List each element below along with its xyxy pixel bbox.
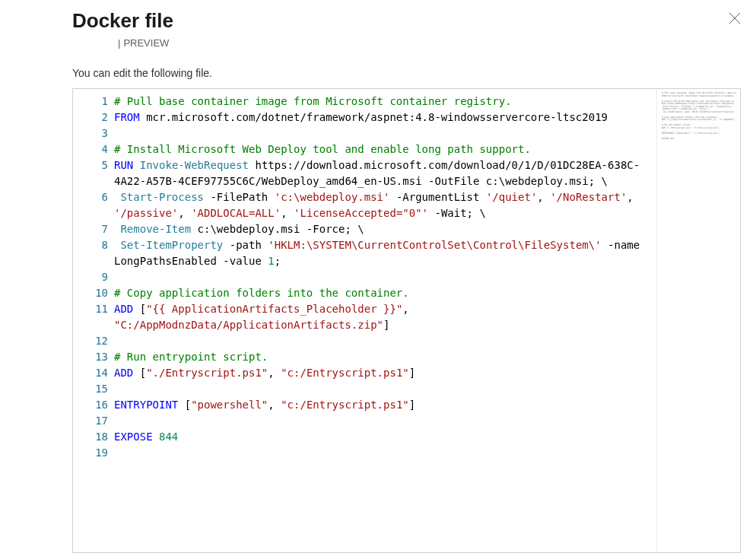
line-number: 5 [73, 157, 108, 173]
line-number: 8 [73, 237, 108, 253]
code-line[interactable] [114, 413, 649, 429]
code-line[interactable]: # Pull base container image from Microso… [114, 94, 649, 110]
code-line[interactable] [114, 126, 649, 141]
code-line[interactable]: RUN Invoke-WebRequest https://download.m… [114, 157, 649, 189]
line-number: 7 [73, 221, 108, 237]
close-icon [729, 12, 741, 24]
panel: Docker file |PREVIEW You can edit the fo… [0, 0, 756, 553]
code-editor[interactable]: 12345 6 78 91011 1213141516171819 # Pull… [72, 88, 741, 553]
line-number: 15 [73, 381, 108, 397]
code-line[interactable]: FROM mcr.microsoft.com/dotnet/framework/… [114, 110, 649, 126]
code-line[interactable]: # Run entrypoint script. [114, 349, 649, 365]
line-number: 6 [73, 189, 108, 205]
line-number: 13 [73, 349, 108, 365]
code-line[interactable] [114, 269, 649, 285]
code-line[interactable] [114, 381, 649, 397]
code-line[interactable]: ENTRYPOINT ["powershell", "c:/Entryscrip… [114, 397, 649, 413]
code-line[interactable]: ADD ["./Entryscript.ps1", "c:/Entryscrip… [114, 365, 649, 381]
line-number: 17 [73, 413, 108, 429]
line-number: 3 [73, 126, 108, 141]
line-number: 4 [73, 141, 108, 157]
line-number: 14 [73, 365, 108, 381]
code-line[interactable]: EXPOSE 844 [114, 429, 649, 445]
code-line[interactable]: Remove-Item c:\webdeploy.msi -Force; \ [114, 221, 649, 237]
preview-label: PREVIEW [123, 37, 169, 49]
page-title: Docker file [72, 9, 173, 33]
header: Docker file [72, 8, 741, 33]
code-line[interactable] [114, 333, 649, 349]
code-line[interactable]: # Install Microsoft Web Deploy tool and … [114, 141, 649, 157]
code-line[interactable]: Start-Process -FilePath 'c:\webdeploy.ms… [114, 189, 649, 221]
line-number: 9 [73, 269, 108, 285]
line-number-gutter: 12345 6 78 91011 1213141516171819 [73, 89, 114, 552]
code-content[interactable]: # Pull base container image from Microso… [114, 89, 656, 552]
close-button[interactable] [724, 8, 745, 29]
line-number: 2 [73, 110, 108, 126]
code-line[interactable]: Set-ItemProperty -path 'HKLM:\SYSTEM\Cur… [114, 237, 649, 269]
editor-main[interactable]: 12345 6 78 91011 1213141516171819 # Pull… [73, 89, 656, 552]
preview-badge: |PREVIEW [72, 37, 741, 49]
code-line[interactable] [114, 445, 649, 461]
separator: | [118, 37, 120, 49]
line-number: 12 [73, 333, 108, 349]
minimap[interactable]: # Pull base container image from Microso… [656, 89, 740, 552]
panel-subtitle: You can edit the following file. [72, 67, 741, 79]
code-line[interactable]: ADD ["{{ ApplicationArtifacts_Placeholde… [114, 301, 649, 333]
line-number: 19 [73, 445, 108, 461]
line-number: 1 [73, 94, 108, 110]
code-line[interactable]: # Copy application folders into the cont… [114, 285, 649, 301]
line-number: 10 [73, 285, 108, 301]
line-number: 16 [73, 397, 108, 413]
line-number: 18 [73, 429, 108, 445]
line-number: 11 [73, 301, 108, 317]
